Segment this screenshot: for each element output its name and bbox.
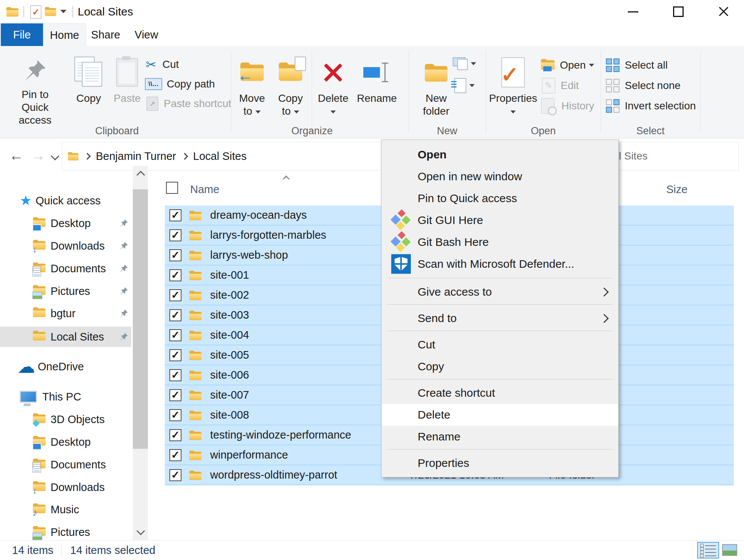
copy-path-button[interactable]: \\... Copy path <box>145 76 215 92</box>
sidebar-item-local-sites[interactable]: Local Sites <box>0 327 131 347</box>
menu-item-create-shortcut[interactable]: Create shortcut <box>382 382 618 404</box>
select-none-button[interactable]: Select none <box>606 78 681 94</box>
copy-button[interactable]: Copy <box>68 53 109 127</box>
sidebar-item-desktop-pc[interactable]: Desktop <box>0 432 131 452</box>
minimize-button[interactable] <box>621 0 646 23</box>
sidebar-item-this-pc[interactable]: This PC <box>0 387 131 407</box>
menu-item-delete[interactable]: Delete <box>382 404 618 426</box>
menu-item-send-to[interactable]: Send to <box>382 307 618 329</box>
row-checkbox[interactable] <box>169 249 181 261</box>
file-name: site-003 <box>210 309 249 321</box>
select-all-checkbox[interactable] <box>166 182 178 194</box>
qat-customize-caret-icon[interactable] <box>60 10 66 13</box>
recent-locations-icon[interactable] <box>51 152 60 161</box>
row-checkbox[interactable] <box>169 449 181 461</box>
scrollbar-thumb[interactable] <box>133 189 148 449</box>
properties-button[interactable]: ✓ Properties <box>489 53 537 127</box>
delete-button[interactable]: Delete <box>315 53 351 127</box>
tab-file[interactable]: File <box>1 23 43 46</box>
copy-to-button[interactable]: Copy to <box>272 53 309 127</box>
qat-folder-icon[interactable] <box>45 6 57 17</box>
sidebar-item-onedrive[interactable]: ☁ OneDrive <box>0 356 131 377</box>
row-checkbox[interactable] <box>169 309 181 321</box>
qat-properties-icon[interactable]: ✓ <box>30 5 42 19</box>
pin-to-quick-access-button[interactable]: Pin to Quickaccess <box>7 53 63 127</box>
folder-icon <box>32 330 46 344</box>
sidebar-item-pictures-pc[interactable]: Pictures <box>0 522 131 542</box>
chevron-right-icon <box>181 153 188 160</box>
rename-button[interactable]: Rename <box>352 53 401 127</box>
menu-item-properties[interactable]: Properties <box>382 452 618 474</box>
menu-item-scan-defender[interactable]: Scan with Microsoft Defender... <box>382 253 618 275</box>
menu-item-give-access[interactable]: Give access to <box>382 281 618 303</box>
edit-button[interactable]: ✎ Edit <box>542 78 579 94</box>
file-name: site-008 <box>210 409 249 421</box>
maximize-button[interactable] <box>666 0 691 23</box>
sidebar-item-documents[interactable]: Documents <box>0 258 131 279</box>
row-checkbox[interactable] <box>169 469 181 481</box>
new-item-button[interactable] <box>454 78 475 94</box>
tab-home[interactable]: Home <box>43 23 86 46</box>
folder-icon <box>189 330 202 341</box>
sidebar-item-desktop[interactable]: Desktop <box>0 213 131 233</box>
select-all-button[interactable]: Select all <box>606 57 668 73</box>
explorer-window: { "window": { "title": "Local Sites", "h… <box>0 0 744 560</box>
sidebar-item-quick-access[interactable]: ★ Quick access <box>0 190 131 211</box>
column-header-name[interactable]: Name <box>190 183 219 196</box>
menu-item-git-gui[interactable]: Git GUI Here <box>382 209 618 231</box>
invert-selection-button[interactable]: Invert selection <box>606 98 696 114</box>
open-button[interactable]: Open <box>540 57 594 73</box>
breadcrumb-user[interactable]: Benjamin Turner <box>96 150 176 163</box>
menu-item-open[interactable]: Open <box>382 144 618 166</box>
row-checkbox[interactable] <box>169 329 181 341</box>
row-checkbox[interactable] <box>169 289 181 301</box>
row-checkbox[interactable] <box>169 429 181 441</box>
sidebar-scrollbar[interactable] <box>133 166 148 540</box>
dropdown-icon <box>510 110 516 114</box>
copy-docs-icon <box>74 57 103 88</box>
move-to-button[interactable]: ← Move to <box>234 53 270 127</box>
row-checkbox[interactable] <box>169 269 181 281</box>
close-button[interactable] <box>711 0 736 23</box>
details-view-button[interactable] <box>697 542 719 558</box>
forward-icon[interactable]: → <box>31 139 45 173</box>
scroll-down-icon[interactable] <box>137 527 145 535</box>
sidebar-item-bgtur[interactable]: bgtur <box>0 303 131 324</box>
row-checkbox[interactable] <box>169 349 181 361</box>
sidebar-item-music[interactable]: ♪ Music <box>0 499 131 520</box>
easy-access-button[interactable] <box>453 56 476 72</box>
3d-objects-folder-icon: ◆ <box>32 412 46 427</box>
cut-button[interactable]: ✂ Cut <box>146 57 179 72</box>
menu-item-cut[interactable]: Cut <box>382 334 618 356</box>
history-button[interactable]: History <box>541 98 594 114</box>
thumbnail-view-button[interactable] <box>722 544 737 556</box>
menu-separator <box>387 331 613 331</box>
paste-button[interactable]: Paste <box>110 53 144 127</box>
menu-item-git-bash[interactable]: Git Bash Here <box>382 231 618 253</box>
sidebar-item-3d-objects[interactable]: ◆ 3D Objects <box>0 409 131 430</box>
column-header-size[interactable]: Size <box>666 183 687 196</box>
row-checkbox[interactable] <box>169 409 181 421</box>
location-folder-icon <box>68 151 79 161</box>
new-folder-button[interactable]: Newfolder <box>414 53 459 127</box>
row-checkbox[interactable] <box>169 389 181 401</box>
paste-shortcut-button[interactable]: ↗ Paste shortcut <box>146 96 231 112</box>
tab-share[interactable]: Share <box>85 23 126 46</box>
menu-item-rename[interactable]: Rename <box>382 426 618 448</box>
tab-view[interactable]: View <box>126 23 167 46</box>
sidebar-item-documents-pc[interactable]: Documents <box>0 454 131 475</box>
row-checkbox[interactable] <box>169 209 181 221</box>
menu-item-copy[interactable]: Copy <box>382 356 618 377</box>
back-icon[interactable]: ← <box>9 139 23 173</box>
group-divider <box>231 51 231 133</box>
row-checkbox[interactable] <box>169 229 181 241</box>
breadcrumb-folder[interactable]: Local Sites <box>193 150 247 163</box>
sidebar-item-pictures[interactable]: Pictures <box>0 281 131 301</box>
menu-item-open-new-window[interactable]: Open in new window <box>382 166 618 187</box>
sort-ascending-icon[interactable] <box>283 175 289 182</box>
scroll-up-icon[interactable] <box>137 171 145 180</box>
menu-item-pin-quick-access[interactable]: Pin to Quick access <box>382 187 618 209</box>
row-checkbox[interactable] <box>169 369 181 381</box>
sidebar-item-downloads[interactable]: ↓ Downloads <box>0 236 131 256</box>
sidebar-item-downloads-pc[interactable]: ↓ Downloads <box>0 477 131 497</box>
